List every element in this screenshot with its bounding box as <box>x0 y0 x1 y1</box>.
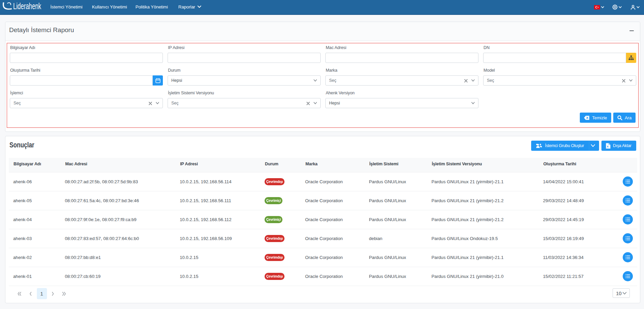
svg-text:x: x <box>607 145 609 148</box>
